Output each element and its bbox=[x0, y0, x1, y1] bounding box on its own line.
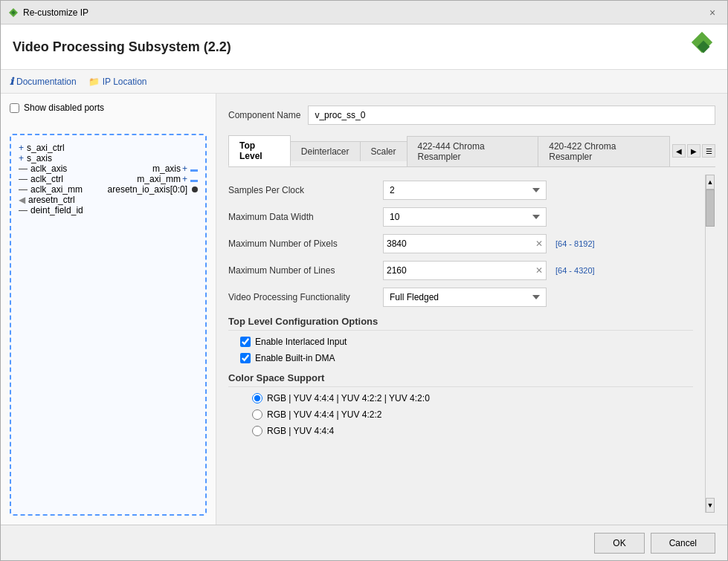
enable-built-in-dma-checkbox[interactable] bbox=[240, 353, 251, 363]
port-row-aclk-ctrl: — aclk_ctrl m_axi_mm + ▬ bbox=[19, 174, 198, 184]
tab-content: Samples Per Clock 2 4 Maximum Data Width… bbox=[228, 175, 705, 513]
component-name-label: Component Name bbox=[228, 110, 300, 120]
color-space-label-1: RGB | YUV 4:4:4 | YUV 4:2:2 bbox=[267, 409, 382, 420]
tab-nav: ◀ ▶ ☰ bbox=[672, 144, 715, 158]
toolbar: ℹ Documentation 📁 IP Location bbox=[1, 70, 727, 94]
tab-next-button[interactable]: ▶ bbox=[687, 144, 700, 158]
port-aclk-axis: aclk_axis bbox=[30, 163, 67, 174]
port-aclk-axi-mm: aclk_axi_mm bbox=[30, 184, 83, 195]
color-space-label-0: RGB | YUV 4:4:4 | YUV 4:2:2 | YUV 4:2:0 bbox=[267, 393, 430, 403]
plus-icon-mm: + bbox=[182, 174, 187, 184]
minus-icon: — bbox=[19, 163, 28, 174]
component-diagram: + s_axi_ctrl + s_axis — aclk_axis bbox=[10, 134, 207, 516]
show-disabled-ports-label: Show disabled ports bbox=[24, 103, 104, 113]
max-pixels-row: Maximum Number of Pixels ✕ [64 - 8192] bbox=[228, 234, 693, 253]
port-s-axi-ctrl: s_axi_ctrl bbox=[27, 143, 65, 153]
enable-interlaced-input-label: Enable Interlaced Input bbox=[255, 337, 347, 347]
port-m-axis: m_axis bbox=[152, 163, 181, 174]
scroll-up-button[interactable]: ▲ bbox=[706, 175, 715, 189]
arrow-left-icon: ◀ bbox=[19, 195, 25, 205]
samples-per-clock-select[interactable]: 2 4 bbox=[383, 181, 547, 200]
minus-icon: — bbox=[19, 205, 28, 215]
port-line-mm: ▬ bbox=[190, 175, 198, 184]
port-row-s-axis: + s_axis bbox=[19, 153, 198, 163]
ok-button[interactable]: OK bbox=[594, 533, 644, 554]
title-bar: Re-customize IP × bbox=[1, 1, 727, 25]
tab-content-area: Samples Per Clock 2 4 Maximum Data Width… bbox=[228, 175, 715, 513]
right-panel: Component Name v_proc_ss_0 Top Level Dei… bbox=[216, 94, 727, 525]
component-name-input[interactable]: v_proc_ss_0 bbox=[308, 106, 715, 125]
tab-422-444-chroma-resampler[interactable]: 422-444 Chroma Resampler bbox=[407, 136, 539, 166]
tab-deinterlacer[interactable]: Deinterlacer bbox=[290, 141, 361, 161]
app-icon bbox=[8, 7, 19, 18]
max-pixels-label: Maximum Number of Pixels bbox=[228, 239, 377, 249]
tab-prev-button[interactable]: ◀ bbox=[672, 144, 686, 158]
max-pixels-range: [64 - 8192] bbox=[555, 239, 595, 248]
info-icon: ℹ bbox=[10, 76, 13, 88]
enable-built-in-dma-row: Enable Built-in DMA bbox=[240, 353, 693, 363]
max-lines-row: Maximum Number of Lines ✕ [64 - 4320] bbox=[228, 261, 693, 280]
video-processing-functionality-label: Video Processing Functionality bbox=[228, 292, 377, 302]
plus-icon-right: + bbox=[182, 163, 187, 174]
show-disabled-ports-checkbox[interactable] bbox=[10, 103, 19, 113]
maximum-data-width-select[interactable]: 10 8 12 bbox=[383, 207, 547, 227]
app-logo bbox=[689, 33, 715, 60]
tabs-container: Top Level Deinterlacer Scaler 422-444 Ch… bbox=[228, 135, 715, 167]
port-dot bbox=[192, 187, 198, 192]
documentation-link[interactable]: ℹ Documentation bbox=[10, 76, 77, 88]
max-lines-label: Maximum Number of Lines bbox=[228, 265, 377, 276]
maximum-data-width-row: Maximum Data Width 10 8 12 bbox=[228, 207, 693, 227]
max-lines-input[interactable] bbox=[384, 263, 532, 278]
left-panel: Show disabled ports + s_axi_ctrl + s_axi… bbox=[1, 94, 216, 525]
page-title: Video Processing Subsystem (2.2) bbox=[13, 39, 231, 55]
samples-per-clock-row: Samples Per Clock 2 4 bbox=[228, 181, 693, 200]
color-space-label-2: RGB | YUV 4:4:4 bbox=[267, 426, 334, 436]
minus-icon: — bbox=[19, 174, 28, 184]
max-pixels-input[interactable] bbox=[384, 236, 532, 251]
maximum-data-width-label: Maximum Data Width bbox=[228, 212, 377, 222]
color-space-radio-group: RGB | YUV 4:4:4 | YUV 4:2:2 | YUV 4:2:0 … bbox=[252, 393, 693, 436]
main-content: Show disabled ports + s_axi_ctrl + s_axi… bbox=[1, 94, 727, 525]
color-space-option-2: RGB | YUV 4:4:4 bbox=[252, 426, 693, 436]
max-lines-clear-button[interactable]: ✕ bbox=[532, 265, 546, 276]
bottom-bar: OK Cancel bbox=[1, 525, 727, 560]
ip-location-link[interactable]: 📁 IP Location bbox=[88, 77, 147, 87]
header: Video Processing Subsystem (2.2) bbox=[1, 25, 727, 70]
scroll-thumb[interactable] bbox=[706, 189, 715, 227]
plus-icon: + bbox=[19, 153, 24, 163]
port-row-deint-field-id: — deint_field_id bbox=[19, 205, 198, 215]
port-row-aclk-axi-mm: — aclk_axi_mm aresetn_io_axis[0:0] bbox=[19, 184, 198, 195]
top-level-config-section-header: Top Level Configuration Options bbox=[228, 316, 693, 331]
port-line-right: ▬ bbox=[190, 165, 198, 173]
max-lines-input-container: ✕ bbox=[383, 261, 547, 280]
enable-interlaced-input-row: Enable Interlaced Input bbox=[240, 337, 693, 347]
color-space-section-header: Color Space Support bbox=[228, 372, 693, 387]
max-pixels-clear-button[interactable]: ✕ bbox=[532, 239, 546, 249]
port-row-aresetn-ctrl: ◀ aresetn_ctrl bbox=[19, 195, 198, 205]
video-processing-functionality-select[interactable]: Full Fledged Scaler Only bbox=[383, 288, 547, 307]
port-deint-field-id: deint_field_id bbox=[30, 205, 83, 215]
tab-menu-button[interactable]: ☰ bbox=[702, 144, 715, 158]
samples-per-clock-label: Samples Per Clock bbox=[228, 185, 377, 195]
tab-top-level[interactable]: Top Level bbox=[228, 135, 291, 166]
scroll-down-button[interactable]: ▼ bbox=[706, 498, 715, 513]
tab-420-422-chroma-resampler[interactable]: 420-422 Chroma Resampler bbox=[538, 136, 670, 166]
component-name-row: Component Name v_proc_ss_0 bbox=[228, 106, 715, 125]
color-space-radio-1[interactable] bbox=[252, 409, 262, 420]
plus-icon: + bbox=[19, 143, 24, 153]
color-space-option-1: RGB | YUV 4:4:4 | YUV 4:2:2 bbox=[252, 409, 693, 420]
tab-scaler[interactable]: Scaler bbox=[360, 141, 408, 161]
max-pixels-input-container: ✕ bbox=[383, 234, 547, 253]
scrollbar-track[interactable]: ▲ ▼ bbox=[705, 175, 715, 513]
port-row-aclk-axis: — aclk_axis m_axis + ▬ bbox=[19, 163, 198, 174]
color-space-radio-0[interactable] bbox=[252, 393, 262, 403]
close-button[interactable]: × bbox=[705, 5, 720, 20]
port-aresetn-ctrl: aresetn_ctrl bbox=[28, 195, 75, 205]
port-s-axis: s_axis bbox=[27, 153, 52, 163]
port-aresetn-io-axis: aresetn_io_axis[0:0] bbox=[108, 184, 187, 195]
color-space-radio-2[interactable] bbox=[252, 426, 262, 436]
minus-icon: — bbox=[19, 184, 28, 195]
cancel-button[interactable]: Cancel bbox=[651, 533, 715, 554]
folder-icon: 📁 bbox=[88, 77, 100, 87]
enable-interlaced-input-checkbox[interactable] bbox=[240, 337, 251, 347]
